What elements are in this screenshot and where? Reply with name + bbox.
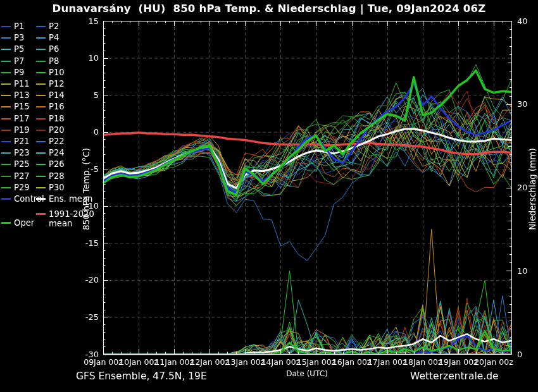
legend-swatch	[36, 141, 46, 142]
legend-label: Oper	[14, 218, 34, 228]
legend-item-p11: P11	[1, 80, 36, 89]
legend-swatch	[36, 26, 46, 27]
legend-item-p22: P22	[36, 137, 113, 146]
legend-swatch	[1, 130, 11, 131]
legend-label: P1	[14, 22, 24, 31]
ensemble-legend: P1P2P3P4P5P6P7P8P9P10P11P12P13P14P15P16P…	[1, 21, 113, 205]
legend-swatch	[1, 49, 11, 50]
legend-item-p4: P4	[36, 34, 113, 42]
legend-swatch	[36, 198, 46, 200]
legend-item-p21: P21	[1, 137, 36, 146]
legend-swatch	[36, 83, 46, 85]
legend-item-p30: P30	[36, 183, 113, 192]
legend-label: 1991-2020 mean	[49, 209, 111, 228]
legend-item-p8: P8	[36, 57, 113, 66]
legend-label: P27	[14, 172, 30, 181]
legend-item-ens-mean: Ens. mean	[36, 195, 113, 204]
legend-swatch	[1, 164, 11, 165]
legend-swatch	[36, 130, 46, 131]
legend-label: P24	[49, 149, 65, 157]
legend-swatch	[1, 95, 11, 96]
y-axis-label-precip: Niederschlag (mm)	[527, 113, 537, 265]
legend-item-p26: P26	[36, 160, 113, 169]
legend-label: P7	[14, 57, 24, 66]
legend-item-p20: P20	[36, 126, 113, 135]
legend-item-p14: P14	[36, 91, 113, 100]
legend-swatch	[1, 222, 11, 224]
legend-swatch	[36, 164, 46, 165]
legend-label: P15	[14, 102, 30, 111]
legend-swatch	[1, 187, 11, 188]
y-axis-label-temp: 850 hPa Temp. (°C)	[81, 113, 91, 265]
legend-item-p9: P9	[1, 68, 36, 77]
legend-swatch	[36, 118, 46, 119]
legend-label: P19	[14, 126, 30, 135]
legend-item-p10: P10	[36, 68, 113, 77]
ensemble-legend-extras: Oper1991-2020 mean	[1, 209, 118, 228]
legend-swatch	[1, 198, 11, 200]
legend-swatch	[36, 176, 46, 177]
legend-label: P6	[49, 45, 59, 54]
legend-item-p12: P12	[36, 80, 113, 89]
footer-site-name: Wetterzentrale.de	[410, 371, 499, 382]
legend-item-p23: P23	[1, 149, 36, 157]
legend-item-p5: P5	[1, 45, 36, 54]
legend-swatch	[1, 61, 11, 62]
legend-swatch	[36, 152, 46, 154]
legend-swatch	[36, 72, 46, 73]
legend-swatch	[1, 141, 11, 142]
legend-swatch	[36, 187, 46, 188]
legend-label: P28	[49, 172, 65, 181]
legend-item-p25: P25	[1, 160, 36, 169]
legend-item-oper: Oper	[1, 218, 36, 228]
legend-swatch	[1, 176, 11, 177]
legend-swatch	[1, 37, 11, 39]
legend-label: P23	[14, 149, 30, 157]
legend-item-p18: P18	[36, 114, 113, 123]
legend-swatch	[36, 95, 46, 96]
legend-item-p29: P29	[1, 183, 36, 192]
legend-swatch	[36, 213, 46, 215]
weather-ensemble-page: Dunavarsány (HU) 850 hPa Temp. & Nieders…	[0, 0, 538, 392]
legend-label: P21	[14, 137, 30, 146]
legend-label: P17	[14, 114, 30, 123]
legend-label: P14	[49, 91, 65, 100]
legend-label: P9	[14, 68, 24, 77]
legend-label: P30	[49, 183, 65, 192]
legend-label: P13	[14, 91, 30, 100]
legend-label: P26	[49, 160, 65, 169]
legend-label: P12	[49, 80, 65, 89]
legend-label: P25	[14, 160, 30, 169]
legend-label: P11	[14, 80, 30, 89]
legend-item-p19: P19	[1, 126, 36, 135]
legend-swatch	[1, 26, 11, 27]
legend-swatch	[1, 72, 11, 73]
legend-label: P8	[49, 57, 59, 66]
legend-swatch	[1, 106, 11, 107]
legend-item-1991-2020-mean: 1991-2020 mean	[36, 209, 111, 228]
legend-item-p13: P13	[1, 91, 36, 100]
legend-label: P22	[49, 137, 65, 146]
legend-item-p17: P17	[1, 114, 36, 123]
legend-swatch	[1, 83, 11, 85]
legend-item-p2: P2	[36, 22, 113, 31]
legend-item-p16: P16	[36, 102, 113, 111]
legend-swatch	[36, 61, 46, 62]
legend-item-p24: P24	[36, 149, 113, 157]
legend-label: P29	[14, 183, 30, 192]
legend-label: P16	[49, 102, 65, 111]
legend-swatch	[1, 118, 11, 119]
legend-swatch	[36, 49, 46, 50]
legend-swatch	[36, 106, 46, 107]
legend-label: P4	[49, 34, 59, 42]
legend-item-p15: P15	[1, 102, 36, 111]
legend-label: P2	[49, 22, 59, 31]
footer-model-info: GFS Ensemble, 47.5N, 19E	[76, 371, 207, 382]
legend-swatch	[1, 152, 11, 154]
chart-title: Dunavarsány (HU) 850 hPa Temp. & Nieders…	[0, 3, 538, 15]
legend-item-p7: P7	[1, 57, 36, 66]
legend-item-p28: P28	[36, 172, 113, 181]
legend-item-p27: P27	[1, 172, 36, 181]
legend-label: P3	[14, 34, 24, 42]
legend-label: P18	[49, 114, 65, 123]
